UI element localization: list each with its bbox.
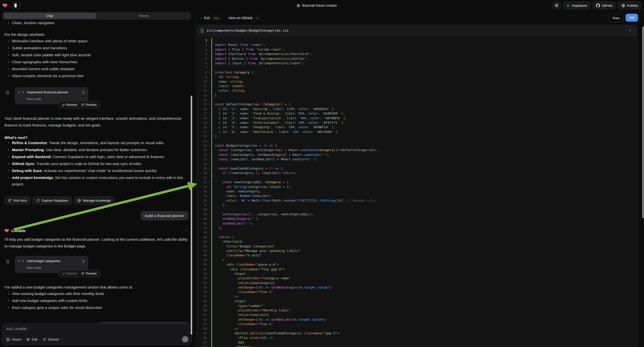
fold-chevron-icon[interactable] — [207, 299, 211, 304]
fold-chevron-icon[interactable] — [207, 262, 211, 267]
fold-chevron-icon[interactable] — [207, 80, 211, 84]
fold-chevron-icon[interactable] — [207, 240, 211, 244]
fold-chevron-icon[interactable] — [207, 38, 211, 42]
diff-toggle-button[interactable]: Diff — [626, 14, 638, 22]
fold-chevron-icon[interactable] — [207, 84, 211, 88]
fold-chevron-icon[interactable] — [207, 290, 211, 294]
fold-chevron-icon[interactable] — [207, 189, 211, 194]
fold-chevron-icon[interactable] — [207, 285, 211, 290]
settings-button[interactable]: ⚙ — [552, 2, 561, 10]
fold-chevron-icon[interactable] — [207, 322, 211, 326]
view-code-link[interactable]: View code — [26, 97, 85, 101]
fold-chevron-icon[interactable] — [207, 171, 211, 175]
tab-chat[interactable]: Chat — [3, 13, 96, 19]
fold-chevron-icon[interactable] — [207, 267, 211, 272]
manage-knowledge-button[interactable]: Manage knowledge — [74, 196, 114, 204]
collapse-file-button[interactable] — [626, 27, 634, 34]
fold-chevron-icon[interactable] — [207, 157, 211, 162]
fold-chevron-icon[interactable]: ∨ — [207, 102, 211, 106]
fold-chevron-icon[interactable] — [207, 281, 211, 285]
code-editor[interactable]: 12import React from 'react';3import { Pl… — [197, 36, 637, 347]
fold-chevron-icon[interactable]: ∨ — [207, 166, 211, 171]
fold-chevron-icon[interactable] — [207, 318, 211, 322]
edit-button[interactable]: Edit — [26, 338, 37, 341]
fold-chevron-icon[interactable]: ∨ — [207, 70, 211, 75]
fold-chevron-icon[interactable] — [207, 331, 211, 336]
explore-supabase-button[interactable]: Explore Supabase — [32, 196, 72, 204]
logo-menu-chevron-down-icon[interactable]: ⌄ — [9, 4, 11, 7]
fold-chevron-icon[interactable] — [207, 52, 211, 56]
fold-chevron-icon[interactable] — [207, 272, 211, 276]
fold-chevron-icon[interactable] — [207, 125, 211, 130]
exit-button[interactable]: ‹ Exit ESC — [201, 16, 221, 20]
supabase-button[interactable]: Supabase — [563, 2, 590, 10]
send-button[interactable]: ↑ — [182, 336, 188, 342]
fold-chevron-icon[interactable] — [207, 226, 211, 230]
restore-button[interactable]: ↺Restore — [62, 272, 77, 276]
fold-chevron-icon[interactable] — [207, 253, 211, 258]
fold-chevron-icon[interactable] — [207, 88, 211, 93]
fold-chevron-icon[interactable] — [207, 148, 211, 152]
fold-chevron-icon[interactable] — [207, 120, 211, 125]
fold-chevron-icon[interactable] — [207, 304, 211, 308]
fold-chevron-icon[interactable] — [207, 203, 211, 207]
fold-chevron-icon[interactable] — [207, 185, 211, 189]
chat-input-box[interactable]: Ask Lovable... Attach Edit Default ⌄ ↑ — [2, 323, 192, 345]
fold-chevron-icon[interactable] — [207, 75, 211, 79]
bookmark-icon[interactable] — [6, 260, 10, 264]
fold-chevron-icon[interactable] — [207, 93, 211, 98]
fold-chevron-icon[interactable] — [207, 249, 211, 253]
attach-button[interactable]: Attach — [6, 338, 21, 341]
fold-chevron-icon[interactable] — [207, 134, 211, 139]
fold-chevron-icon[interactable] — [207, 244, 211, 249]
fold-chevron-icon[interactable] — [207, 326, 211, 331]
fold-chevron-icon[interactable] — [207, 61, 211, 66]
fold-chevron-icon[interactable] — [207, 130, 211, 134]
toggle-sidebar-icon[interactable] — [12, 2, 20, 9]
raw-toggle-button[interactable]: Raw — [609, 14, 623, 22]
publish-button[interactable]: Publish — [618, 2, 642, 10]
fold-chevron-icon[interactable] — [207, 258, 211, 262]
fold-chevron-icon[interactable] — [207, 308, 211, 313]
fold-chevron-icon[interactable] — [207, 340, 211, 345]
fold-chevron-icon[interactable] — [207, 107, 211, 111]
fold-chevron-icon[interactable] — [207, 336, 211, 340]
lovable-logo-heart-icon[interactable] — [2, 3, 8, 8]
fold-chevron-icon[interactable]: ∨ — [207, 144, 211, 148]
fold-chevron-icon[interactable] — [207, 313, 211, 317]
fold-chevron-icon[interactable] — [207, 98, 211, 102]
fold-chevron-icon[interactable] — [207, 207, 211, 212]
fold-chevron-icon[interactable] — [207, 111, 211, 116]
fold-chevron-icon[interactable] — [207, 276, 211, 280]
fold-chevron-icon[interactable] — [207, 235, 211, 240]
fold-chevron-icon[interactable] — [207, 221, 211, 226]
fold-chevron-icon[interactable] — [207, 294, 211, 299]
view-on-github-button[interactable]: View on GitHub G — [228, 16, 260, 20]
preview-button[interactable]: Preview — [81, 103, 96, 106]
fold-chevron-icon[interactable] — [207, 66, 211, 70]
mode-selector[interactable]: Default ⌄ — [42, 338, 62, 341]
view-code-link[interactable]: View code — [26, 266, 85, 270]
fold-chevron-icon[interactable] — [207, 176, 211, 180]
fold-chevron-icon[interactable] — [207, 216, 211, 221]
code-scrollbar[interactable] — [642, 26, 644, 218]
fold-chevron-icon[interactable] — [207, 198, 211, 203]
fold-chevron-icon[interactable] — [207, 47, 211, 52]
tab-history[interactable]: History — [98, 13, 190, 19]
preview-button[interactable]: Preview — [81, 272, 96, 275]
chat-scrollbar[interactable] — [191, 96, 192, 334]
fold-chevron-icon[interactable] — [207, 56, 211, 61]
project-switcher[interactable]: financial-future-creator ⌄ — [296, 0, 340, 11]
fold-chevron-icon[interactable] — [207, 152, 211, 157]
fold-chevron-icon[interactable] — [207, 194, 211, 198]
github-button[interactable]: GitHub — [592, 2, 616, 10]
fold-chevron-icon[interactable]: ∨ — [207, 180, 211, 184]
fold-chevron-icon[interactable] — [207, 162, 211, 166]
message-menu-icon[interactable]: ⋯ — [184, 228, 188, 233]
fold-chevron-icon[interactable] — [207, 212, 211, 216]
fold-chevron-icon[interactable] — [207, 230, 211, 235]
file-header[interactable]: src/components/budget/BudgetCategories.t… — [197, 25, 637, 36]
visit-docs-button[interactable]: Visit docs — [4, 196, 30, 204]
fold-chevron-icon[interactable] — [207, 116, 211, 120]
fold-chevron-icon[interactable] — [207, 345, 211, 347]
